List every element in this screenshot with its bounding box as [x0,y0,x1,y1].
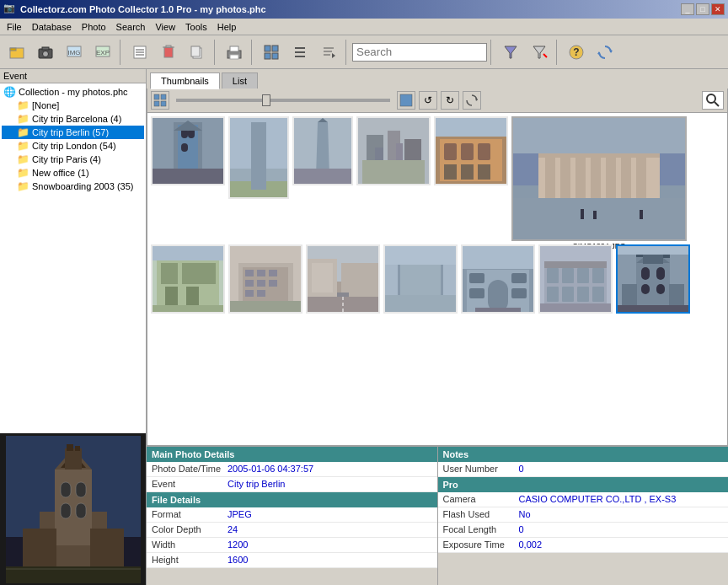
delete-button[interactable] [155,39,182,66]
thumb-item[interactable] [383,244,458,314]
svg-rect-13 [164,47,173,57]
search-input[interactable] [352,43,487,62]
view-list-button[interactable] [258,39,285,66]
tab-thumbnails[interactable]: Thumbnails [150,72,220,89]
detail-row-width: Width 1200 [147,538,437,553]
detail-value-colordepth: 24 [228,524,238,535]
tree-label-none: [None] [32,100,59,110]
svg-rect-4 [42,47,49,50]
svg-rect-177 [547,287,559,302]
folder-icon-barcelona: 📁 [17,113,29,125]
thumbnails-container[interactable]: CIMG1224.JPG [147,113,728,446]
thumb-size-large[interactable] [397,91,415,110]
refresh-button[interactable] [592,39,618,66]
svg-rect-59 [161,101,166,106]
svg-rect-22 [265,53,270,59]
svg-rect-23 [272,46,278,51]
detail-label-camera: Camera [443,494,519,505]
tree-item-london[interactable]: 📁 City trip London (54) [2,139,144,153]
thumb-item[interactable] [434,116,508,185]
tree-label-paris: City trip Paris (4) [32,154,101,164]
thumb-item[interactable] [306,244,380,314]
svg-rect-77 [251,122,266,190]
thumb-search-button[interactable] [702,91,724,110]
menu-database[interactable]: Database [27,20,77,34]
toolbar: IMG EXP ? [0,35,728,69]
tree-item-root[interactable]: 🌐 Collection - my photos.phc [2,85,144,99]
help-button[interactable]: ? [563,39,590,66]
menu-tools[interactable]: Tools [180,20,212,34]
zoom-slider[interactable] [176,99,390,102]
thumb-item[interactable] [228,244,302,314]
thumb-item[interactable] [356,116,431,185]
tree-item-barcelona[interactable]: 📁 City trip Barcelona (4) [2,112,144,126]
rotate-right-button[interactable]: ↻ [441,91,459,110]
export-button[interactable]: EXP [89,39,116,66]
tree-root-icon: 🌐 [3,86,16,98]
zoom-thumb[interactable] [262,94,270,106]
close-button[interactable]: ✕ [711,3,725,15]
sep6 [556,40,559,65]
tab-list[interactable]: List [222,72,258,89]
menu-photo[interactable]: Photo [77,20,111,34]
view-details-button[interactable] [286,39,313,66]
minimize-button[interactable]: _ [681,3,694,15]
thumb-item[interactable] [151,244,225,314]
thumb-item[interactable] [228,116,289,199]
thumb-item-selected[interactable]: CIMG1224.JPG [511,116,687,241]
thumb-item-last-selected[interactable] [616,244,690,314]
svg-point-3 [43,51,49,56]
svg-text:IMG: IMG [67,49,80,56]
svg-rect-57 [161,94,166,99]
thumb-size-small[interactable] [151,91,169,110]
menu-view[interactable]: View [150,20,180,34]
rotate-left-button[interactable]: ↺ [419,91,437,110]
svg-rect-19 [230,46,238,51]
svg-rect-153 [398,263,443,297]
svg-rect-181 [540,303,611,312]
thumb-item[interactable] [461,244,535,314]
svg-marker-38 [597,51,601,55]
copy-button[interactable] [184,39,211,66]
detail-row-event: Event City trip Berlin [147,477,437,492]
file-tree: 🌐 Collection - my photos.phc 📁 [None] 📁 … [0,83,146,433]
thumb-item[interactable] [151,116,225,185]
tree-item-berlin[interactable]: 📁 City trip Berlin (57) [2,126,144,139]
svg-rect-133 [245,270,254,276]
tree-item-newoffice[interactable]: 📁 New office (1) [2,166,144,180]
svg-rect-71 [153,169,223,184]
sort-button[interactable] [315,39,342,66]
edit-button[interactable] [126,39,153,66]
tree-item-none[interactable]: 📁 [None] [2,99,144,112]
filter2-button[interactable] [526,39,553,66]
refresh-thumbs-button[interactable] [463,91,481,110]
svg-line-63 [715,102,719,106]
menu-search[interactable]: Search [111,20,151,34]
svg-rect-82 [294,169,351,184]
detail-value-camera: CASIO COMPUTER CO.,LTD , EX-S3 [519,494,677,505]
thumb-item[interactable] [292,116,353,185]
window-title: Collectorz.com Photo Collector 1.0 Pro -… [20,4,681,14]
thumbnails-grid: CIMG1224.JPG [151,116,724,314]
filter-button[interactable] [497,39,524,66]
maximize-button[interactable]: □ [696,3,709,15]
svg-rect-96 [478,143,490,160]
tree-item-paris[interactable]: 📁 City trip Paris (4) [2,153,144,166]
svg-rect-122 [161,263,178,284]
tree-label-london: City trip London (54) [32,141,116,151]
detail-row-height: Height 1600 [147,553,437,568]
import-button[interactable]: IMG [61,39,88,66]
menu-help[interactable]: Help [212,20,242,34]
folder-icon-snowboard: 📁 [17,180,29,192]
menu-file[interactable]: File [2,20,27,34]
detail-label-datetime: Photo Date/Time [152,464,228,475]
tree-item-snowboard[interactable]: 📁 Snowboarding 2003 (35) [2,180,144,193]
svg-rect-118 [593,211,597,219]
open-button[interactable] [3,39,30,66]
print-button[interactable] [221,39,248,66]
thumb-item[interactable] [538,244,613,314]
camera-button[interactable] [32,39,59,66]
svg-rect-178 [562,287,574,302]
sep4 [345,40,349,65]
svg-rect-24 [272,53,278,59]
